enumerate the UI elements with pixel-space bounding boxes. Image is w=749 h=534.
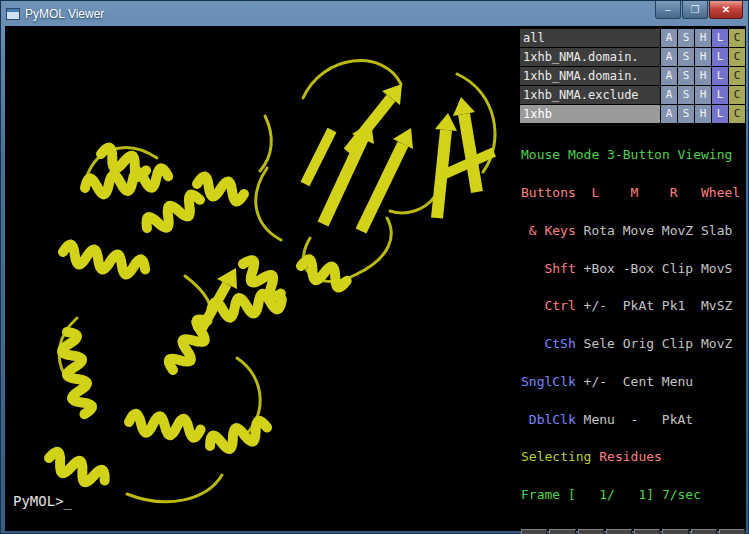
label-button[interactable]: L [712, 86, 728, 104]
show-button[interactable]: S [678, 29, 694, 47]
selecting-line[interactable]: SelectingResidues [521, 451, 746, 464]
action-button[interactable]: A [661, 67, 677, 85]
first-frame-button[interactable]: |◀ [521, 529, 547, 534]
action-button[interactable]: A [661, 105, 677, 123]
label-button[interactable]: L [712, 29, 728, 47]
show-button[interactable]: S [678, 48, 694, 66]
object-row-exclude: 1xhb_NMA.exclude A S H L C [520, 86, 745, 104]
object-row-domain-2: 1xhb_NMA.domain. A S H L C [520, 67, 745, 85]
protein-cartoon-1xhb [5, 26, 519, 531]
mouse-mode-line[interactable]: Mouse Mode3-Button Viewing [521, 149, 746, 162]
last-frame-button[interactable]: ▶| [662, 529, 688, 534]
next-frame-icon: ▶ [635, 530, 659, 534]
close-button[interactable]: ✕ [709, 1, 743, 19]
next-frame-button[interactable]: ▶ [634, 529, 660, 534]
label-button[interactable]: L [712, 48, 728, 66]
command-cursor: _ [64, 493, 72, 509]
mouse-row-ctrl: Ctrl +/- PkAt Pk1 MvSZ [521, 300, 746, 313]
minimize-icon: – [665, 4, 671, 15]
command-prompt: PyMOL> [13, 493, 64, 509]
close-icon: ✕ [722, 4, 730, 15]
action-button[interactable]: A [661, 29, 677, 47]
label-button[interactable]: L [712, 105, 728, 123]
mouse-legend-panel: Mouse Mode3-Button Viewing Buttons L M R… [519, 124, 746, 527]
mouse-row-singleclick: SnglClk +/- Cent Menu [521, 376, 746, 389]
mouse-row-buttons: Buttons L M R Wheel [521, 187, 746, 200]
color-button[interactable]: C [729, 67, 745, 85]
object-name[interactable]: 1xhb_NMA.domain. [520, 48, 660, 66]
movie-menu-button[interactable]: ▼ [719, 529, 745, 534]
stop-button[interactable]: ■ [578, 529, 604, 534]
hide-button[interactable]: H [695, 105, 711, 123]
mouse-mode-label: Mouse Mode [521, 147, 599, 162]
viewport-3d[interactable]: PyMOL>_ [5, 26, 519, 531]
hide-button[interactable]: H [695, 29, 711, 47]
mouse-row-shift: Shft +Box -Box Clip MovS [521, 263, 746, 276]
scene-button[interactable]: S [691, 529, 717, 534]
object-name[interactable]: 1xhb [520, 105, 660, 123]
selecting-value: Residues [599, 449, 662, 464]
color-button[interactable]: C [729, 48, 745, 66]
object-name[interactable]: all [520, 29, 660, 47]
selecting-label: Selecting [521, 449, 591, 464]
action-button[interactable]: A [661, 86, 677, 104]
previous-frame-icon: ◀ [550, 530, 574, 534]
mouse-row-ctsh: CtSh Sele Orig Clip MovZ [521, 338, 746, 351]
hide-button[interactable]: H [695, 67, 711, 85]
color-button[interactable]: C [729, 29, 745, 47]
movie-menu-icon: ▼ [720, 530, 744, 534]
color-button[interactable]: C [729, 105, 745, 123]
show-button[interactable]: S [678, 67, 694, 85]
play-button[interactable]: ▶ [606, 529, 632, 534]
mouse-row-keys: & Keys Rota Move MovZ Slab [521, 225, 746, 238]
internal-gui-panel: all A S H L C 1xhb_NMA.domain. A S H L C… [519, 26, 746, 531]
play-icon: ▶ [607, 530, 631, 534]
first-frame-icon: |◀ [522, 530, 546, 534]
scene-icon: S [692, 530, 716, 534]
maximize-button[interactable]: ❐ [682, 1, 708, 19]
stop-icon: ■ [579, 530, 603, 534]
minimize-button[interactable]: – [655, 1, 681, 19]
hide-button[interactable]: H [695, 48, 711, 66]
command-line[interactable]: PyMOL>_ [13, 493, 72, 509]
movie-controls: |◀ ◀ ■ ▶ ▶ ▶| S ▼ [519, 527, 746, 534]
object-row-1xhb: 1xhb A S H L C [520, 105, 745, 123]
mouse-mode-value: 3-Button Viewing [607, 147, 732, 162]
titlebar[interactable]: PyMOL Viewer – ❐ ✕ [1, 1, 748, 26]
window-content: PyMOL>_ all A S H L C 1xhb_NMA.domain. A… [5, 26, 746, 531]
previous-frame-button[interactable]: ◀ [549, 529, 575, 534]
color-button[interactable]: C [729, 86, 745, 104]
hide-button[interactable]: H [695, 86, 711, 104]
window-title: PyMOL Viewer [25, 7, 654, 21]
frame-counter: Frame [ 1/ 1] 7/sec [521, 487, 701, 502]
show-button[interactable]: S [678, 105, 694, 123]
mouse-row-doubleclick: DblClk Menu - PkAt [521, 414, 746, 427]
window-icon [6, 8, 20, 20]
object-name[interactable]: 1xhb_NMA.domain. [520, 67, 660, 85]
object-row-domain-1: 1xhb_NMA.domain. A S H L C [520, 48, 745, 66]
pymol-window: PyMOL Viewer – ❐ ✕ [0, 0, 749, 534]
last-frame-icon: ▶| [663, 530, 687, 534]
maximize-icon: ❐ [691, 4, 700, 15]
action-button[interactable]: A [661, 48, 677, 66]
object-name[interactable]: 1xhb_NMA.exclude [520, 86, 660, 104]
label-button[interactable]: L [712, 67, 728, 85]
frame-line: Frame [ 1/ 1] 7/sec [521, 489, 746, 502]
object-row-all: all A S H L C [520, 29, 745, 47]
show-button[interactable]: S [678, 86, 694, 104]
